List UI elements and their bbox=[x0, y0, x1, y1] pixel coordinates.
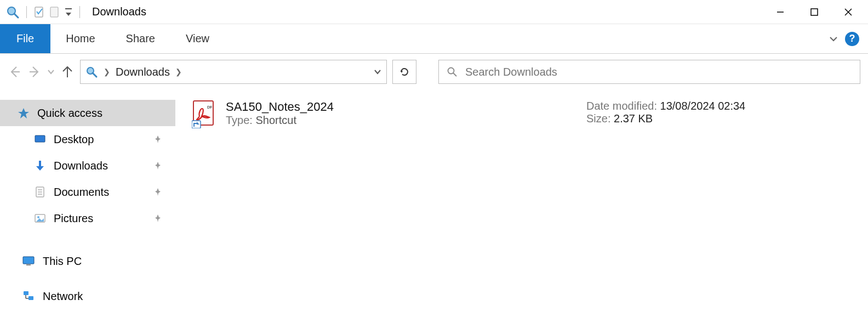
ribbon: File Home Share View ? bbox=[0, 24, 868, 54]
svg-text:DF: DF bbox=[207, 105, 213, 109]
window-title: Downloads bbox=[92, 5, 146, 18]
svg-rect-31 bbox=[26, 264, 31, 265]
sidebar-item-label: Downloads bbox=[54, 160, 108, 172]
this-pc-icon bbox=[22, 255, 35, 268]
pictures-icon bbox=[34, 212, 46, 224]
pin-icon bbox=[153, 135, 162, 144]
documents-icon bbox=[34, 186, 46, 198]
desktop-icon bbox=[34, 133, 46, 145]
ribbon-right: ? bbox=[829, 24, 868, 53]
address-dropdown-icon[interactable] bbox=[373, 67, 382, 76]
address-bar[interactable]: ❯ Downloads ❯ bbox=[80, 60, 387, 84]
svg-rect-2 bbox=[35, 7, 43, 17]
svg-line-1 bbox=[14, 14, 18, 18]
file-type: Type: Shortcut bbox=[226, 114, 576, 127]
svg-point-28 bbox=[37, 216, 39, 218]
location-icon bbox=[85, 65, 98, 78]
maximize-button[interactable] bbox=[798, 1, 831, 23]
svg-rect-33 bbox=[28, 296, 33, 300]
pin-icon bbox=[153, 161, 162, 170]
forward-button[interactable] bbox=[27, 65, 42, 79]
quick-access-toolbar bbox=[33, 6, 73, 18]
file-modified-value: 13/08/2024 02:34 bbox=[660, 100, 746, 112]
file-item[interactable]: DF SA150_Notes_2024 Type: Shortcut Date … bbox=[192, 100, 852, 127]
file-tab[interactable]: File bbox=[0, 24, 50, 53]
svg-rect-3 bbox=[50, 7, 58, 17]
sidebar-item-label: Documents bbox=[54, 186, 109, 199]
svg-marker-5 bbox=[66, 13, 71, 16]
up-button[interactable] bbox=[60, 65, 75, 79]
ribbon-collapse-icon[interactable] bbox=[829, 34, 838, 44]
app-icon bbox=[5, 5, 20, 19]
minimize-button[interactable] bbox=[764, 1, 797, 23]
file-info-right: Date modified: 13/08/2024 02:34 Size: 2.… bbox=[586, 100, 745, 125]
pin-icon bbox=[153, 188, 162, 196]
address-bar-right bbox=[373, 67, 382, 76]
pin-icon bbox=[153, 214, 162, 223]
breadcrumb[interactable]: Downloads bbox=[116, 66, 170, 78]
svg-line-14 bbox=[93, 73, 96, 77]
sidebar-item-label: Quick access bbox=[37, 107, 102, 120]
chevron-right-icon[interactable]: ❯ bbox=[175, 67, 182, 76]
search-box[interactable] bbox=[438, 60, 860, 84]
sidebar-item-desktop[interactable]: Desktop bbox=[0, 126, 175, 152]
chevron-right-icon[interactable]: ❯ bbox=[104, 67, 110, 76]
file-info-left: SA150_Notes_2024 Type: Shortcut bbox=[226, 100, 576, 127]
pdf-shortcut-icon: DF bbox=[192, 100, 216, 127]
pin-star-icon bbox=[18, 107, 30, 119]
separator bbox=[79, 6, 80, 18]
sidebar-item-downloads[interactable]: Downloads bbox=[0, 152, 175, 179]
file-modified: Date modified: 13/08/2024 02:34 bbox=[586, 100, 745, 112]
qat-dropdown-icon[interactable] bbox=[64, 6, 73, 18]
search-input[interactable] bbox=[465, 66, 852, 78]
file-size-label: Size: bbox=[586, 112, 610, 125]
back-button[interactable] bbox=[8, 65, 22, 79]
close-button[interactable] bbox=[832, 1, 865, 23]
sidebar-item-label: Network bbox=[43, 290, 83, 303]
file-type-value: Shortcut bbox=[255, 114, 296, 126]
svg-marker-18 bbox=[18, 108, 29, 118]
svg-rect-7 bbox=[811, 9, 818, 15]
svg-rect-4 bbox=[65, 8, 72, 9]
file-list: DF SA150_Notes_2024 Type: Shortcut Date … bbox=[175, 90, 868, 328]
title-bar-left: Downloads bbox=[5, 5, 146, 19]
sidebar-item-documents[interactable]: Documents bbox=[0, 179, 175, 205]
svg-rect-30 bbox=[23, 257, 34, 264]
recent-dropdown-icon[interactable] bbox=[47, 68, 55, 76]
sidebar-network[interactable]: Network bbox=[0, 283, 175, 309]
sidebar-item-label: This PC bbox=[43, 255, 82, 268]
file-type-label: Type: bbox=[226, 114, 253, 126]
svg-marker-15 bbox=[401, 71, 403, 73]
sidebar-item-pictures[interactable]: Pictures bbox=[0, 205, 175, 231]
sidebar-item-label: Desktop bbox=[54, 133, 94, 146]
properties-icon[interactable] bbox=[33, 6, 45, 18]
file-modified-label: Date modified: bbox=[586, 100, 657, 112]
body: Quick access Desktop Downloads bbox=[0, 90, 868, 328]
svg-rect-32 bbox=[24, 291, 28, 295]
file-name: SA150_Notes_2024 bbox=[226, 100, 576, 114]
svg-point-16 bbox=[448, 68, 454, 74]
tab-share[interactable]: Share bbox=[111, 24, 170, 53]
file-size-value: 2.37 KB bbox=[614, 112, 653, 125]
nav-arrows bbox=[8, 65, 75, 79]
separator bbox=[26, 6, 27, 18]
svg-rect-19 bbox=[35, 135, 45, 142]
file-size: Size: 2.37 KB bbox=[586, 112, 745, 125]
new-folder-icon[interactable] bbox=[49, 6, 61, 18]
refresh-button[interactable] bbox=[392, 60, 416, 84]
downloads-icon bbox=[34, 160, 46, 172]
navigation-bar: ❯ Downloads ❯ bbox=[0, 54, 868, 90]
sidebar-this-pc[interactable]: This PC bbox=[0, 248, 175, 274]
title-bar: Downloads bbox=[0, 0, 868, 24]
sidebar-item-label: Pictures bbox=[54, 212, 93, 225]
search-icon bbox=[447, 66, 458, 77]
svg-line-17 bbox=[453, 73, 456, 76]
tab-home[interactable]: Home bbox=[50, 24, 110, 53]
help-icon[interactable]: ? bbox=[845, 32, 859, 46]
window-controls bbox=[764, 1, 865, 23]
tab-view[interactable]: View bbox=[170, 24, 225, 53]
navigation-pane: Quick access Desktop Downloads bbox=[0, 90, 175, 328]
svg-marker-22 bbox=[36, 166, 44, 171]
sidebar-quick-access[interactable]: Quick access bbox=[0, 100, 175, 126]
network-icon bbox=[22, 290, 35, 303]
